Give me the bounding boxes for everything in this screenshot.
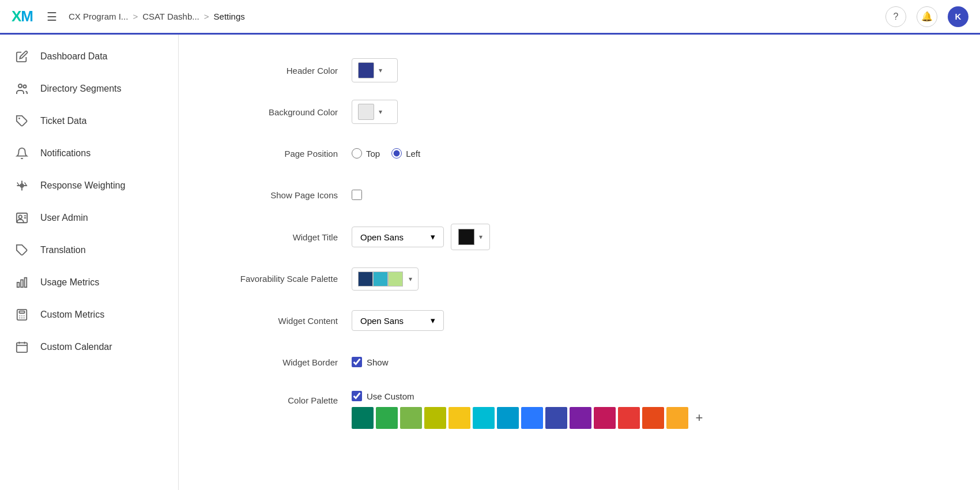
show-page-icons-checkbox[interactable] (352, 190, 362, 200)
sidebar-label-notifications: Notifications (40, 148, 91, 159)
user-admin-icon (14, 210, 30, 226)
widget-title-font-label: Open Sans (360, 232, 404, 242)
color-palette-control: Use Custom + (352, 391, 708, 429)
favorability-palette-picker[interactable]: ▾ (352, 267, 419, 291)
add-color-button[interactable]: + (691, 407, 708, 429)
page-position-left-option[interactable]: Left (391, 148, 420, 159)
people-icon (14, 81, 30, 97)
widget-border-label: Widget Border (213, 357, 352, 367)
svg-point-18 (24, 318, 25, 319)
svg-point-13 (19, 315, 20, 316)
favorability-palette-label: Favorability Scale Palette (213, 273, 352, 285)
svg-rect-8 (17, 282, 20, 287)
palette-color-2[interactable] (376, 407, 398, 429)
svg-point-17 (21, 318, 22, 319)
page-position-top-radio[interactable] (352, 148, 362, 159)
breadcrumb-cx-program[interactable]: CX Program I... (69, 12, 128, 21)
widget-title-color-picker[interactable]: ▾ (451, 224, 490, 250)
nav-right-icons: ? 🔔 K (885, 6, 968, 27)
show-page-icons-row: Show Page Icons (213, 182, 945, 208)
favorability-palette-row: Favorability Scale Palette ▾ (213, 266, 945, 292)
sidebar-label-user-admin: User Admin (40, 213, 88, 223)
header-color-control: ▾ (352, 58, 398, 82)
palette-color-8[interactable] (521, 407, 543, 429)
widget-title-row: Widget Title Open Sans ▾ ▾ (213, 224, 945, 250)
widget-border-checkbox[interactable] (352, 357, 362, 367)
favorability-palette-chevron-icon: ▾ (409, 275, 412, 283)
svg-point-0 (18, 84, 22, 88)
sidebar-item-custom-calendar[interactable]: Custom Calendar (0, 331, 178, 363)
fav-swatch-2 (373, 272, 388, 287)
breadcrumb-sep-1: > (133, 12, 138, 21)
palette-color-12[interactable] (618, 407, 640, 429)
palette-color-5[interactable] (448, 407, 470, 429)
sidebar-item-user-admin[interactable]: User Admin (0, 202, 178, 234)
sidebar-item-custom-metrics[interactable]: Custom Metrics (0, 299, 178, 331)
bell-icon: 🔔 (921, 11, 933, 22)
sidebar-item-directory-segments[interactable]: Directory Segments (0, 73, 178, 105)
notifications-bell-button[interactable]: 🔔 (917, 6, 937, 27)
sidebar-label-dashboard-data: Dashboard Data (40, 51, 108, 62)
svg-rect-19 (17, 343, 27, 353)
palette-color-11[interactable] (594, 407, 616, 429)
palette-color-7[interactable] (497, 407, 519, 429)
widget-border-show-label: Show (367, 357, 389, 367)
sidebar-item-notifications[interactable]: Notifications (0, 137, 178, 169)
page-position-top-option[interactable]: Top (352, 148, 380, 159)
page-position-left-radio[interactable] (391, 148, 402, 159)
sidebar-label-directory-segments: Directory Segments (40, 84, 122, 94)
header-color-picker[interactable]: ▾ (352, 58, 398, 82)
help-button[interactable]: ? (885, 6, 906, 27)
widget-title-color-chevron-icon: ▾ (479, 233, 483, 241)
translation-icon (14, 242, 30, 258)
widget-content-label: Widget Content (213, 316, 352, 326)
pencil-icon (14, 48, 30, 65)
svg-rect-10 (25, 278, 27, 288)
breadcrumb-sep-2: > (204, 12, 209, 21)
tag-icon (14, 113, 30, 129)
sidebar-item-dashboard-data[interactable]: Dashboard Data (0, 40, 178, 73)
use-custom-palette-option[interactable]: Use Custom (352, 391, 414, 401)
widget-border-row: Widget Border Show (213, 349, 945, 375)
user-avatar[interactable]: K (948, 6, 968, 27)
sidebar-label-custom-calendar: Custom Calendar (40, 342, 112, 352)
sidebar-item-response-weighting[interactable]: Response Weighting (0, 169, 178, 202)
main-layout: Dashboard Data Directory Segments Ticket… (0, 35, 980, 490)
widget-title-control: Open Sans ▾ ▾ (352, 224, 490, 250)
palette-color-1[interactable] (352, 407, 374, 429)
page-position-top-label: Top (366, 149, 380, 159)
breadcrumb-csat-dashboard[interactable]: CSAT Dashb... (142, 12, 199, 21)
sidebar-item-translation[interactable]: Translation (0, 234, 178, 266)
sidebar: Dashboard Data Directory Segments Ticket… (0, 35, 179, 490)
widget-content-font-label: Open Sans (360, 316, 404, 326)
favorability-swatches (358, 272, 403, 287)
page-position-control: Top Left (352, 148, 420, 159)
widget-content-font-select[interactable]: Open Sans ▾ (352, 310, 444, 331)
palette-color-6[interactable] (473, 407, 495, 429)
palette-color-3[interactable] (400, 407, 422, 429)
background-color-label: Background Color (213, 107, 352, 117)
color-palette-row: Color Palette Use Custom (213, 391, 945, 429)
sidebar-item-ticket-data[interactable]: Ticket Data (0, 105, 178, 137)
widget-title-color-swatch (458, 229, 474, 245)
use-custom-palette-checkbox[interactable] (352, 391, 362, 401)
hamburger-menu-icon[interactable]: ☰ (47, 10, 57, 24)
sidebar-label-translation: Translation (40, 245, 86, 255)
header-color-label: Header Color (213, 66, 352, 76)
background-color-swatch (358, 104, 374, 120)
bell-nav-icon (14, 145, 30, 161)
widget-title-font-select[interactable]: Open Sans ▾ (352, 227, 444, 247)
sidebar-item-usage-metrics[interactable]: Usage Metrics (0, 266, 178, 299)
palette-color-13[interactable] (642, 407, 664, 429)
palette-color-4[interactable] (424, 407, 446, 429)
palette-color-9[interactable] (545, 407, 567, 429)
palette-color-10[interactable] (570, 407, 591, 429)
widget-border-control: Show (352, 357, 389, 367)
widget-content-row: Widget Content Open Sans ▾ (213, 308, 945, 333)
background-color-picker[interactable]: ▾ (352, 100, 398, 124)
background-color-control: ▾ (352, 100, 398, 124)
widget-title-font-chevron-icon: ▾ (431, 232, 435, 242)
palette-color-14[interactable] (666, 407, 688, 429)
widget-border-show-option[interactable]: Show (352, 357, 389, 367)
scale-icon (14, 178, 30, 194)
